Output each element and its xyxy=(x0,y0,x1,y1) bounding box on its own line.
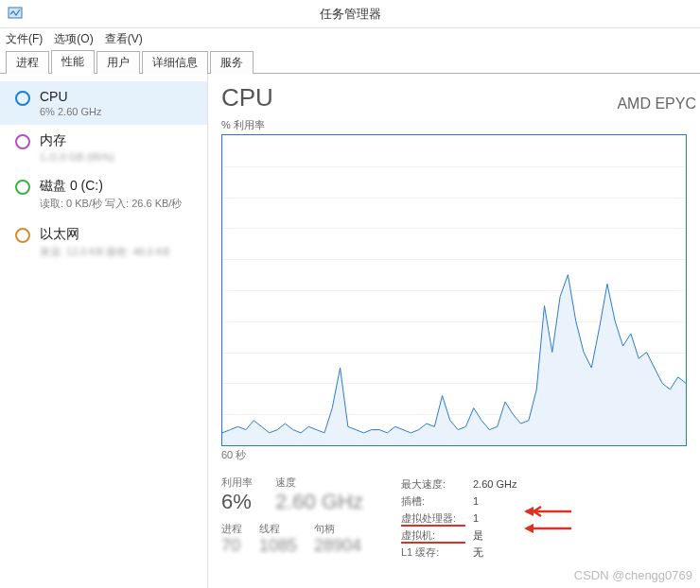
proc-label: 进程 xyxy=(221,522,242,536)
tab-services[interactable]: 服务 xyxy=(210,51,254,74)
chart-xlabel: 60 秒 xyxy=(221,448,700,462)
disk-icon xyxy=(15,180,30,195)
utilization-chart xyxy=(221,134,687,446)
memory-icon xyxy=(15,134,30,149)
sidebar-ethernet-title: 以太网 xyxy=(40,226,170,243)
sidebar-disk-title: 磁盘 0 (C:) xyxy=(40,178,182,195)
sidebar-cpu-sub: 6% 2.60 GHz xyxy=(40,106,101,117)
svg-marker-2 xyxy=(524,524,534,533)
menu-bar: 文件(F) 选项(O) 查看(V) xyxy=(0,28,700,49)
tab-performance[interactable]: 性能 xyxy=(51,50,95,74)
cpu-icon xyxy=(15,91,30,106)
vm-key: 虚拟机: xyxy=(401,528,473,543)
sidebar-memory-sub: 1./2.0 GB (85%) xyxy=(40,151,114,163)
proc-value: 70 xyxy=(221,536,242,556)
vproc-val: 1 xyxy=(473,512,479,524)
app-icon xyxy=(8,6,23,21)
main-panel: CPU AMD EPYC % 利用率 60 秒 利用率 xyxy=(208,74,700,588)
stats-block: 利用率 6% 速度 2.60 GHz 进程 70 线程 1085 xyxy=(221,476,700,561)
max-speed-key: 最大速度: xyxy=(401,477,473,492)
util-value: 6% xyxy=(221,490,253,514)
l1-val: 无 xyxy=(473,545,483,560)
thread-label: 线程 xyxy=(259,522,297,536)
sidebar-memory-title: 内存 xyxy=(40,132,114,149)
svg-rect-0 xyxy=(9,8,22,18)
sidebar-item-cpu[interactable]: CPU 6% 2.60 GHz xyxy=(0,81,207,125)
tab-processes[interactable]: 进程 xyxy=(6,51,49,74)
speed-value: 2.60 GHz xyxy=(275,490,363,514)
l1-key: L1 缓存: xyxy=(401,545,473,560)
handle-label: 句柄 xyxy=(314,522,361,536)
annotation-arrow-icon xyxy=(524,522,571,535)
sidebar: CPU 6% 2.60 GHz 内存 1./2.0 GB (85%) 磁盘 0 … xyxy=(0,74,208,588)
vm-val: 是 xyxy=(473,528,483,543)
title-bar: 任务管理器 xyxy=(0,0,700,28)
sidebar-cpu-title: CPU xyxy=(40,89,101,104)
watermark: CSDN @chengg0769 xyxy=(574,568,692,582)
tab-strip: 进程 性能 用户 详细信息 服务 xyxy=(0,49,700,74)
ethernet-icon xyxy=(15,228,30,243)
svg-marker-1 xyxy=(524,507,534,516)
sidebar-item-memory[interactable]: 内存 1./2.0 GB (85%) xyxy=(0,125,207,170)
sockets-val: 1 xyxy=(473,495,479,507)
cpu-model: AMD EPYC xyxy=(617,95,696,112)
menu-options[interactable]: 选项(O) xyxy=(54,31,93,47)
window-title: 任务管理器 xyxy=(320,6,381,23)
menu-file[interactable]: 文件(F) xyxy=(6,31,43,47)
sidebar-disk-sub: 读取: 0 KB/秒 写入: 26.6 KB/秒 xyxy=(40,197,182,211)
sidebar-item-disk[interactable]: 磁盘 0 (C:) 读取: 0 KB/秒 写入: 26.6 KB/秒 xyxy=(0,170,207,218)
annotation-arrow-icon xyxy=(524,505,571,518)
speed-label: 速度 xyxy=(275,476,363,490)
max-speed-val: 2.60 GHz xyxy=(473,478,516,490)
sockets-key: 插槽: xyxy=(401,494,473,509)
handle-value: 28904 xyxy=(314,536,361,556)
tab-users[interactable]: 用户 xyxy=(96,51,140,74)
chart-ylabel: % 利用率 xyxy=(221,118,700,132)
sidebar-ethernet-sub: 发送: 12.0 KB 接收: 48.0 KB xyxy=(40,245,170,259)
thread-value: 1085 xyxy=(259,536,297,556)
util-label: 利用率 xyxy=(221,476,253,490)
cpu-details: 最大速度: 2.60 GHz 插槽: 1 虚拟处理器: 1 虚拟机: 是 L1 … xyxy=(401,476,516,561)
vproc-key: 虚拟处理器: xyxy=(401,511,473,526)
tab-details[interactable]: 详细信息 xyxy=(142,51,208,74)
sidebar-item-ethernet[interactable]: 以太网 发送: 12.0 KB 接收: 48.0 KB xyxy=(0,218,207,267)
page-title: CPU xyxy=(221,83,273,112)
menu-view[interactable]: 查看(V) xyxy=(105,31,143,47)
